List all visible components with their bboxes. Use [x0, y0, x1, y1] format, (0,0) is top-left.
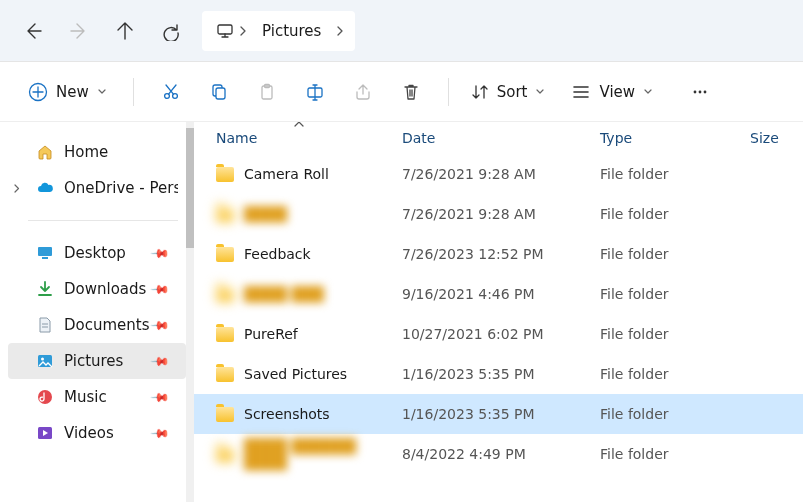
file-name: ████	[244, 206, 287, 222]
trash-icon	[401, 82, 421, 102]
svg-rect-13	[42, 257, 48, 259]
file-name: ████ ██████ ████	[244, 438, 402, 470]
more-button[interactable]	[677, 72, 723, 112]
sidebar-item-documents[interactable]: Documents 📌	[8, 307, 186, 343]
paste-button[interactable]	[244, 72, 290, 112]
table-row[interactable]: Saved Pictures1/16/2023 5:35 PMFile fold…	[194, 354, 803, 394]
table-row[interactable]: ████ ██████ ████8/4/2022 4:49 PMFile fol…	[194, 434, 803, 474]
clipboard-icon	[257, 82, 277, 102]
file-name: Feedback	[244, 246, 311, 262]
rename-icon	[305, 82, 325, 102]
table-row[interactable]: ████ ███9/16/2021 4:46 PMFile folder	[194, 274, 803, 314]
forward-button[interactable]	[56, 8, 102, 54]
cell-date: 7/26/2021 9:28 AM	[402, 166, 600, 182]
refresh-button[interactable]	[148, 8, 194, 54]
cell-type: File folder	[600, 406, 750, 422]
cell-date: 9/16/2021 4:46 PM	[402, 286, 600, 302]
pin-icon: 📌	[150, 279, 171, 300]
cell-date: 8/4/2022 4:49 PM	[402, 446, 600, 462]
pin-icon: 📌	[150, 243, 171, 264]
table-row[interactable]: ████7/26/2021 9:28 AMFile folder	[194, 194, 803, 234]
view-button[interactable]: View	[563, 77, 661, 107]
new-label: New	[56, 83, 89, 101]
chevron-right-icon[interactable]	[12, 184, 21, 193]
cell-name: PureRef	[216, 326, 402, 342]
sidebar-item-onedrive[interactable]: OneDrive - Personal	[8, 170, 186, 206]
chevron-right-icon[interactable]	[234, 26, 252, 36]
share-button[interactable]	[340, 72, 386, 112]
arrow-up-icon	[115, 21, 135, 41]
separator	[133, 78, 134, 106]
column-header-date[interactable]: Date	[402, 130, 600, 146]
delete-button[interactable]	[388, 72, 434, 112]
arrow-right-icon	[69, 21, 89, 41]
pin-icon: 📌	[150, 351, 171, 372]
chevron-down-icon	[643, 87, 653, 97]
navigation-pane: Home OneDrive - Personal Desktop 📌	[0, 122, 194, 502]
cell-name: ████ ███	[216, 286, 402, 302]
sort-button[interactable]: Sort	[463, 77, 554, 107]
svg-point-15	[41, 358, 44, 361]
chevron-down-icon	[535, 87, 545, 97]
breadcrumb-segment[interactable]: Pictures	[252, 22, 331, 40]
cell-type: File folder	[600, 166, 750, 182]
up-button[interactable]	[102, 8, 148, 54]
scissors-icon	[161, 82, 181, 102]
sidebar-scrollbar-track[interactable]	[186, 122, 194, 502]
file-name: PureRef	[244, 326, 298, 342]
column-header-name[interactable]: Name	[216, 130, 402, 146]
column-header-size[interactable]: Size	[750, 130, 803, 146]
plus-circle-icon	[28, 82, 48, 102]
folder-icon	[216, 447, 234, 462]
svg-point-11	[704, 90, 707, 93]
sidebar-scrollbar-thumb[interactable]	[186, 128, 194, 248]
rename-button[interactable]	[292, 72, 338, 112]
folder-icon	[216, 207, 234, 222]
back-button[interactable]	[10, 8, 56, 54]
folder-icon	[216, 167, 234, 182]
cell-date: 1/16/2023 5:35 PM	[402, 366, 600, 382]
cut-button[interactable]	[148, 72, 194, 112]
cell-type: File folder	[600, 366, 750, 382]
breadcrumb[interactable]: Pictures	[202, 11, 355, 51]
address-bar: Pictures	[0, 0, 803, 62]
home-icon	[36, 143, 54, 161]
arrow-left-icon	[23, 21, 43, 41]
file-name: Camera Roll	[244, 166, 329, 182]
separator	[28, 220, 178, 221]
sidebar-item-desktop[interactable]: Desktop 📌	[8, 235, 186, 271]
sidebar-item-videos[interactable]: Videos 📌	[8, 415, 186, 451]
cell-date: 7/26/2023 12:52 PM	[402, 246, 600, 262]
download-icon	[36, 280, 54, 298]
table-row[interactable]: Feedback7/26/2023 12:52 PMFile folder	[194, 234, 803, 274]
sort-icon	[471, 83, 489, 101]
pictures-icon	[36, 352, 54, 370]
folder-icon	[216, 327, 234, 342]
cell-name: Camera Roll	[216, 166, 402, 182]
copy-button[interactable]	[196, 72, 242, 112]
svg-rect-0	[218, 25, 232, 34]
cell-date: 7/26/2021 9:28 AM	[402, 206, 600, 222]
copy-icon	[209, 82, 229, 102]
table-row[interactable]: Camera Roll7/26/2021 9:28 AMFile folder	[194, 154, 803, 194]
svg-point-10	[699, 90, 702, 93]
cell-name: Screenshots	[216, 406, 402, 422]
sidebar-item-pictures[interactable]: Pictures 📌	[8, 343, 186, 379]
pin-icon: 📌	[150, 387, 171, 408]
sidebar-item-music[interactable]: Music 📌	[8, 379, 186, 415]
file-name: Screenshots	[244, 406, 330, 422]
folder-icon	[216, 247, 234, 262]
sidebar-item-label: Home	[64, 143, 108, 161]
file-name: Saved Pictures	[244, 366, 347, 382]
cell-name: Saved Pictures	[216, 366, 402, 382]
sidebar-item-home[interactable]: Home	[8, 134, 186, 170]
new-button[interactable]: New	[16, 76, 119, 108]
chevron-right-icon[interactable]	[331, 26, 349, 36]
sort-ascending-icon	[294, 122, 304, 128]
sidebar-item-downloads[interactable]: Downloads 📌	[8, 271, 186, 307]
sidebar-item-label: Music	[64, 388, 107, 406]
column-header-type[interactable]: Type	[600, 130, 750, 146]
cell-name: ████ ██████ ████	[216, 438, 402, 470]
table-row[interactable]: Screenshots1/16/2023 5:35 PMFile folder	[194, 394, 803, 434]
table-row[interactable]: PureRef10/27/2021 6:02 PMFile folder	[194, 314, 803, 354]
